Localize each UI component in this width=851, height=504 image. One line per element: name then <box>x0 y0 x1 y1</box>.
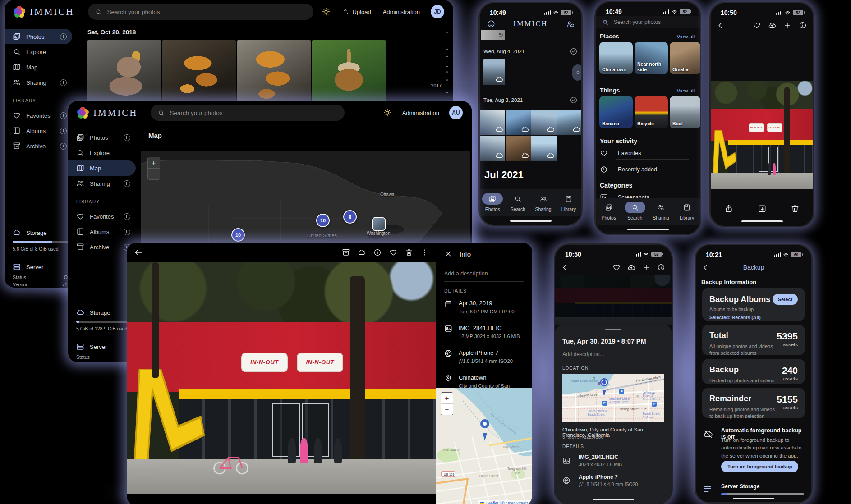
back-icon[interactable] <box>134 248 143 257</box>
photo-thumbnail[interactable] <box>312 40 386 104</box>
photo-main-view[interactable]: IN-N-OUT IN-N-OUT <box>711 81 813 189</box>
add-icon[interactable] <box>642 263 650 271</box>
photo-thumbnail[interactable] <box>237 40 311 104</box>
back-icon[interactable] <box>701 263 710 272</box>
photo-thumbnail[interactable] <box>480 136 505 161</box>
close-icon[interactable] <box>444 250 452 258</box>
description-input[interactable]: Add description... <box>562 351 664 357</box>
map-zoom-controls[interactable]: + − <box>441 392 453 415</box>
sidebar-item-explore[interactable]: Explore <box>68 145 136 160</box>
back-icon[interactable] <box>561 263 569 272</box>
location-map[interactable]: ✕✕✕✕✕ ✝ Hyde Street Harbor Jefferson Str… <box>562 374 664 422</box>
archive-icon[interactable] <box>342 248 350 257</box>
sidebar-item-archive[interactable]: Archive <box>5 138 72 154</box>
share-icon[interactable] <box>724 204 733 213</box>
photo-thumbnail[interactable] <box>481 30 505 40</box>
sidebar-item-map[interactable]: Map <box>68 160 136 176</box>
search-input[interactable]: Search your photos <box>596 16 700 28</box>
back-icon[interactable] <box>716 21 725 30</box>
nav-tab-photos[interactable]: Photos <box>596 202 621 225</box>
sidebar-item-map[interactable]: Map <box>5 60 72 75</box>
search-input[interactable]: Search your photos <box>88 4 313 20</box>
sidebar-item-photos[interactable]: Photos <box>5 29 72 44</box>
nav-tab-sharing[interactable]: Sharing <box>648 202 673 225</box>
thing-card[interactable]: Banana <box>599 96 633 128</box>
download-icon[interactable] <box>758 204 767 213</box>
immich-logo-icon[interactable] <box>14 6 25 18</box>
place-card[interactable]: Chinatown <box>599 42 633 74</box>
photo-thumbnail[interactable] <box>506 136 531 161</box>
sidebar-item-albums[interactable]: Albums <box>5 123 72 138</box>
home-indicator[interactable] <box>733 498 774 499</box>
cloud-icon[interactable] <box>358 248 366 257</box>
trash-icon[interactable] <box>791 204 800 213</box>
timeline-drag-handle[interactable] <box>572 64 583 81</box>
home-indicator[interactable] <box>510 220 552 222</box>
info-icon[interactable] <box>657 263 665 271</box>
theme-toggle-sun-icon[interactable] <box>383 109 391 117</box>
administration-link[interactable]: Administration <box>402 110 439 116</box>
thing-card[interactable]: Bicycle <box>635 96 668 128</box>
location-map[interactable]: Fort Mason Bay Street Union Street Teleg… <box>436 388 532 504</box>
sidebar-item-sharing[interactable]: Sharing <box>68 176 136 191</box>
map-zoom-controls[interactable]: + − <box>147 157 160 180</box>
sidebar-item-archive[interactable]: Archive <box>68 239 136 255</box>
zoom-in-button[interactable]: + <box>441 393 453 404</box>
map-photo-marker[interactable] <box>372 217 386 231</box>
favorite-heart-icon[interactable] <box>612 263 621 271</box>
photo-thumbnail[interactable] <box>87 40 161 104</box>
nav-tab-sharing[interactable]: Sharing <box>531 193 556 216</box>
trash-icon[interactable] <box>405 248 413 257</box>
map-cluster-marker[interactable]: 8 <box>343 210 357 224</box>
photo-thumbnail[interactable] <box>557 110 582 135</box>
favorite-heart-icon[interactable] <box>753 21 761 29</box>
nav-tab-library[interactable]: Library <box>556 193 581 216</box>
nav-tab-photos[interactable]: Photos <box>480 193 505 216</box>
select-check-icon[interactable] <box>570 96 578 104</box>
nav-tab-search[interactable]: Search <box>505 193 530 216</box>
sidebar-item-favorites[interactable]: Favorites <box>5 108 72 123</box>
view-all-link[interactable]: View all <box>677 34 695 39</box>
zoom-in-button[interactable]: + <box>148 157 160 169</box>
home-indicator[interactable] <box>593 499 634 500</box>
search-input[interactable]: Search your photos <box>151 105 345 121</box>
photo-thumbnail[interactable] <box>531 136 557 161</box>
administration-link[interactable]: Administration <box>383 9 420 15</box>
turn-on-foreground-backup-button[interactable]: Turn on foreground backup <box>721 461 798 472</box>
upload-button[interactable]: Upload <box>342 9 371 15</box>
photo-thumbnail[interactable] <box>480 110 505 135</box>
place-card[interactable]: Omaha <box>670 42 700 74</box>
cloud-upload-icon[interactable] <box>768 21 776 29</box>
photo-thumbnail[interactable] <box>483 59 505 85</box>
add-icon[interactable] <box>783 21 791 29</box>
nav-tab-search[interactable]: Search <box>622 202 648 225</box>
info-icon[interactable] <box>799 21 807 29</box>
zoom-out-button[interactable]: − <box>148 169 160 179</box>
view-all-link[interactable]: View all <box>677 88 695 93</box>
photo-thumbnail[interactable] <box>162 40 236 104</box>
select-check-icon[interactable] <box>570 47 578 55</box>
sidebar-item-sharing[interactable]: Sharing <box>5 75 72 90</box>
sidebar-item-explore[interactable]: Explore <box>5 44 72 60</box>
activity-recent-row[interactable]: Recently added <box>600 165 689 174</box>
sheet-drag-handle[interactable] <box>605 329 621 330</box>
backup-user-cloud-icon[interactable] <box>566 20 574 28</box>
sidebar-item-albums[interactable]: Albums <box>68 224 136 239</box>
map-cluster-marker[interactable]: 10 <box>231 228 245 242</box>
thing-card[interactable]: Boat <box>670 96 700 128</box>
user-avatar[interactable]: AU <box>449 106 463 119</box>
zoom-out-button[interactable]: − <box>441 404 453 415</box>
more-options-icon[interactable] <box>421 248 429 257</box>
photo-main-view[interactable] <box>555 275 672 325</box>
cloud-upload-icon[interactable] <box>627 263 635 271</box>
place-card[interactable]: Near north side <box>635 42 668 74</box>
description-input[interactable]: Add a description <box>436 258 532 277</box>
activity-favorites-row[interactable]: Favorites <box>600 149 689 157</box>
sidebar-item-photos[interactable]: Photos <box>68 130 136 145</box>
theme-toggle-sun-icon[interactable] <box>322 8 330 16</box>
profile-face-icon[interactable] <box>487 20 495 28</box>
favorite-heart-icon[interactable] <box>389 248 397 257</box>
select-button[interactable]: Select <box>773 294 798 305</box>
photo-main-view[interactable]: IN-N-OUT IN-N-OUT <box>127 262 436 494</box>
immich-logo-icon[interactable] <box>77 107 89 119</box>
